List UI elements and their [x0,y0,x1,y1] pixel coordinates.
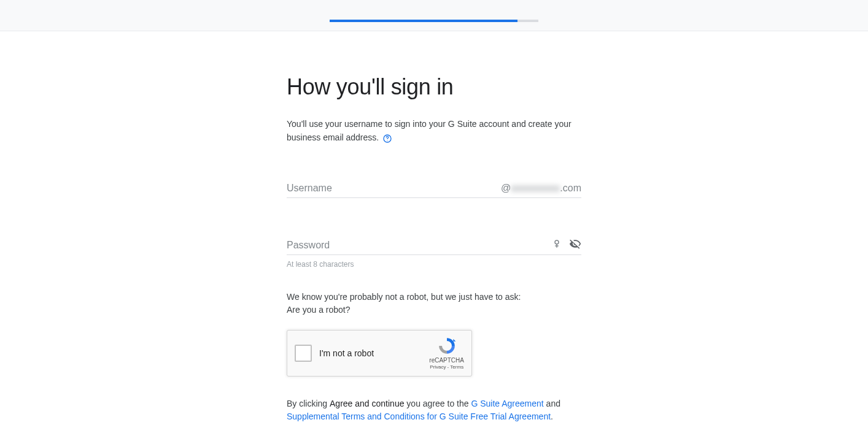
gsuite-agreement-link[interactable]: G Suite Agreement [471,399,543,408]
legal-prefix: By clicking [287,399,330,408]
username-input[interactable] [287,179,496,195]
form-container: How you'll sign in You'll use your usern… [287,31,581,436]
svg-marker-3 [453,339,455,342]
page-subtitle: You'll use your username to sign into yo… [287,117,581,145]
progress-track [330,20,538,22]
supplemental-terms-link[interactable]: Supplemental Terms and Conditions for G … [287,411,551,421]
robot-line1: We know you're probably not a robot, but… [287,291,581,304]
header-bar [0,0,868,31]
at-sign: @ [501,183,511,193]
recaptcha-brand-text: reCAPTCHA [429,357,464,364]
username-row: @xxxxxxxxxx.com [287,179,581,198]
recaptcha-logo-icon [437,336,457,356]
recaptcha-label: I'm not a robot [319,348,429,358]
legal-period: . [551,411,553,421]
legal-bold: Agree and continue [330,399,404,408]
recaptcha-widget: I'm not a robot reCAPTCHA Privacy - Term… [287,330,472,377]
legal-and: and [544,399,560,408]
robot-prompt: We know you're probably not a robot, but… [287,291,581,316]
password-row [287,236,581,255]
legal-text: By clicking Agree and continue you agree… [287,397,581,423]
recaptcha-branding: reCAPTCHA Privacy - Terms [429,336,464,370]
domain-tld: .com [560,183,581,193]
visibility-off-icon[interactable] [569,238,581,250]
domain-obscured: xxxxxxxxxx [511,183,560,194]
progress-fill [330,20,517,22]
page-title: How you'll sign in [287,74,581,100]
recaptcha-links[interactable]: Privacy - Terms [430,364,463,370]
svg-point-1 [387,140,388,140]
help-icon[interactable] [382,134,392,143]
username-field-group: @xxxxxxxxxx.com [287,179,581,198]
svg-point-2 [555,240,559,244]
recaptcha-checkbox[interactable] [295,345,312,362]
subtitle-text: You'll use your username to sign into yo… [287,119,572,142]
domain-suffix: @xxxxxxxxxx.com [496,183,581,194]
password-input[interactable] [287,236,544,252]
password-field-group: At least 8 characters [287,236,581,269]
password-helper: At least 8 characters [287,260,581,269]
key-icon[interactable] [551,238,563,250]
legal-middle: you agree to the [404,399,471,408]
robot-line2: Are you a robot? [287,304,581,316]
